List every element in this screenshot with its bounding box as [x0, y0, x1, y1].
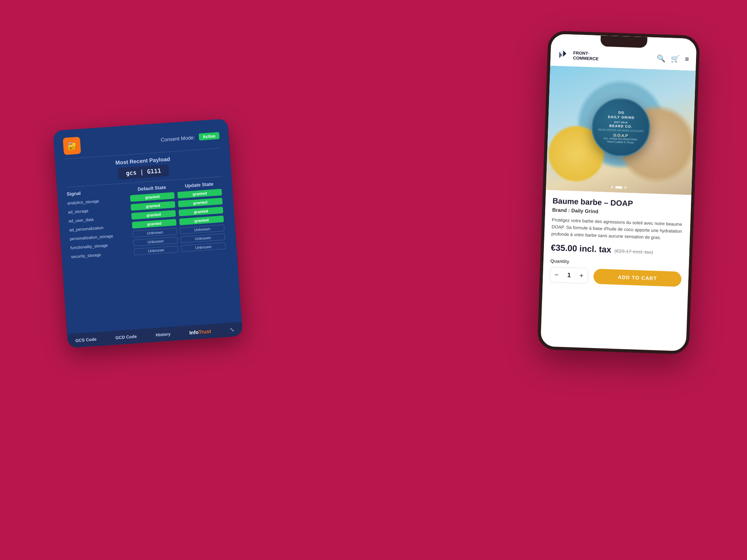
price-excl: (€29.17 excl. tax): [614, 248, 653, 255]
price-incl: €35.00 incl. tax: [551, 243, 611, 255]
ecommerce-phone: FRONT· COMMERCE 🔍 🛒 ≡ DGDAILY GRINDEST·2…: [537, 30, 700, 354]
signal-name: personalization_storage: [70, 232, 132, 241]
price-row: €35.00 incl. tax (€29.17 excl. tax): [551, 243, 682, 257]
product-image: DGDAILY GRINDEST·2019BEARD CO. MAKE MOVE…: [546, 66, 696, 195]
update-state-badge: granted: [179, 206, 223, 216]
quantity-control: − 1 +: [550, 267, 588, 284]
brand-logo: FRONT· COMMERCE: [558, 49, 599, 63]
svg-marker-1: [563, 51, 566, 57]
quantity-plus-button[interactable]: +: [575, 268, 588, 284]
update-state-badge: Unknown: [180, 224, 224, 234]
indicator-dot: [624, 186, 626, 189]
default-state-badge: granted: [131, 201, 175, 211]
can-label: DGDAILY GRINDEST·2019BEARD CO. MAKE MOVE…: [598, 110, 644, 145]
signal-name: ad_storage: [68, 205, 130, 214]
signal-name: security_storage: [71, 250, 133, 259]
quantity-label: Quantity: [550, 258, 682, 268]
default-state-badge: Unknown: [133, 228, 177, 238]
can-sub: EST·2019: [614, 121, 628, 124]
default-state-badge: Unknown: [133, 237, 178, 247]
default-state-badge: granted: [130, 192, 175, 202]
resize-icon: ⤡: [230, 326, 235, 333]
signal-name: analytics_storage: [67, 196, 129, 205]
default-state-badge: granted: [132, 210, 176, 220]
phone-notch: [600, 35, 647, 48]
add-to-cart-row: − 1 + ADD TO CART: [550, 267, 682, 287]
default-state-badge: Unknown: [134, 246, 179, 256]
indicator-dot-active: [615, 186, 622, 189]
indicator-dot: [611, 186, 613, 188]
payload-code: gcs | G111: [118, 164, 169, 180]
brand-name: FRONT· COMMERCE: [573, 51, 599, 62]
header-icons: 🔍 🛒 ≡: [657, 54, 689, 64]
product-description: Protégez votre barbe des agressions du s…: [551, 217, 684, 242]
footer-tab-gcs[interactable]: GCS Code: [75, 337, 96, 343]
quantity-minus-button[interactable]: −: [550, 267, 563, 282]
update-state-badge: Unknown: [181, 233, 225, 243]
signal-table: Signal Default State Update State analyt…: [67, 180, 227, 260]
product-info: Baume barbe – DOAP Brand : Daily Grind P…: [542, 190, 691, 293]
update-state-badge: granted: [178, 198, 223, 207]
card-footer: GCS Code GCD Code History InfoTrust ⤡: [67, 322, 243, 348]
active-badge: Active: [198, 132, 219, 141]
infotrust-icon: [63, 137, 81, 155]
infotrust-logo: InfoTrust: [189, 328, 211, 336]
col-update: Update State: [175, 180, 223, 189]
consent-mode-label: Consent Mode:: [161, 134, 195, 142]
can-product-detail: 2oz. of Bad Ass Beard BalmHand Crafted i…: [598, 137, 643, 145]
col-default: Default State: [128, 184, 175, 192]
update-state-badge: granted: [179, 215, 224, 225]
add-to-cart-button[interactable]: ADD TO CART: [593, 269, 682, 287]
update-state-badge: Unknown: [181, 242, 226, 252]
signal-name: functionality_storage: [70, 241, 132, 250]
svg-marker-2: [559, 50, 563, 58]
update-state-badge: granted: [177, 189, 222, 199]
infotrust-panel: Consent Mode: Active Most Recent Payload…: [53, 119, 243, 348]
signal-name: ad_personalization: [69, 223, 131, 232]
brand-icon-svg: [558, 49, 570, 61]
menu-icon[interactable]: ≡: [685, 55, 689, 64]
quantity-value: 1: [563, 272, 575, 279]
card-header: Consent Mode: Active: [63, 127, 220, 155]
search-icon[interactable]: 🔍: [657, 54, 666, 63]
footer-tab-history[interactable]: History: [156, 332, 171, 338]
footer-tab-gcd[interactable]: GCD Code: [115, 334, 137, 340]
cart-icon[interactable]: 🛒: [671, 54, 680, 63]
consent-mode-row: Consent Mode: Active: [160, 132, 219, 144]
default-state-badge: granted: [132, 219, 177, 229]
can-brand-text: DGDAILY GRINDEST·2019BEARD CO.: [598, 110, 644, 130]
signal-name: ad_user_data: [68, 214, 130, 223]
